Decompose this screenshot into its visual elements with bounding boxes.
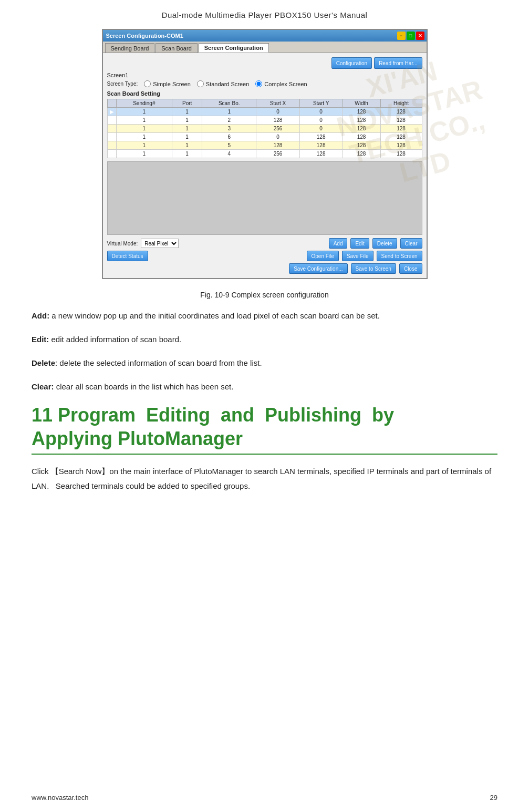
table-row[interactable]: 1 1 6 0 128 128 128 — [107, 133, 422, 141]
send-to-screen-button[interactable]: Send to Screen — [377, 251, 422, 261]
window-title-text: Screen Configuration-COM1 — [106, 33, 183, 39]
body-delete-section: Delete: delete the selected information … — [32, 356, 497, 370]
tab-sending-board[interactable]: Sending Board — [105, 43, 155, 53]
virtual-mode-label: Virtual Mode: — [107, 241, 138, 246]
scan-board-setting-label: Scan Board Setting — [107, 90, 422, 97]
cell-sending: 1 — [116, 150, 172, 158]
body-edit-section: Edit: edit added information of scan boa… — [32, 332, 497, 346]
row-arrow-cell — [107, 150, 116, 158]
table-row[interactable]: 1 1 4 256 128 128 128 — [107, 150, 422, 158]
cell-height: 128 — [380, 116, 422, 125]
scan-board-table: Sending# Port Scan Bo. Start X Start Y W… — [107, 99, 422, 158]
cell-scan: 2 — [202, 116, 256, 125]
cell-width: 128 — [343, 150, 380, 158]
cell-startx: 0 — [256, 108, 299, 116]
cell-port: 1 — [172, 108, 202, 116]
delete-button[interactable]: Delete — [372, 238, 397, 249]
col-startx: Start X — [256, 99, 299, 108]
section-heading: 11 Program Editing and Publishing byAppl… — [32, 403, 497, 450]
cell-port: 1 — [172, 116, 202, 125]
row-arrow-cell — [107, 116, 116, 125]
add-button[interactable]: Add — [329, 238, 348, 249]
window-controls: − □ ✕ — [397, 32, 424, 40]
bottom-row-3: Save Configuration... Save to Screen Clo… — [107, 263, 422, 274]
row-arrow-cell: ▶ — [107, 108, 116, 116]
close-button[interactable]: ✕ — [416, 32, 424, 40]
cell-width: 128 — [343, 125, 380, 133]
edit-button[interactable]: Edit — [350, 238, 369, 249]
window-tabs: Sending Board Scan Board Screen Configur… — [103, 42, 427, 53]
row-arrow-cell — [107, 125, 116, 133]
tab-scan-board[interactable]: Scan Board — [155, 43, 197, 53]
cell-starty: 128 — [299, 150, 343, 158]
cell-startx: 0 — [256, 133, 299, 141]
cell-sending: 1 — [116, 141, 172, 150]
clear-button[interactable]: Clear — [400, 238, 422, 249]
cell-height: 128 — [380, 141, 422, 150]
table-row[interactable]: 1 1 5 128 128 128 128 — [107, 141, 422, 150]
cell-starty: 0 — [299, 116, 343, 125]
screen-type-row: Screen Type: Simple Screen Standard Scre… — [107, 80, 422, 87]
clear-label: Clear: — [32, 382, 54, 391]
screenshot-window: Screen Configuration-COM1 − □ ✕ Sending … — [102, 29, 428, 279]
body-clear-section: Clear: clear all scan boards in the list… — [32, 379, 497, 394]
delete-label: Delete — [32, 358, 55, 367]
empty-area — [107, 161, 422, 235]
page-footer: www.novastar.tech 29 — [32, 794, 497, 801]
page-title: Dual-mode Multimedia Player PBOX150 User… — [32, 11, 497, 19]
read-from-hardware-button[interactable]: Read from Har... — [374, 57, 422, 69]
col-height: Height — [380, 99, 422, 108]
top-button-row: Configuration Read from Har... — [107, 57, 422, 69]
cell-startx: 128 — [256, 116, 299, 125]
cell-height: 128 — [380, 125, 422, 133]
row-arrow-cell — [107, 141, 116, 150]
bottom-row-2: Detect Status Open File Save File Send t… — [107, 251, 422, 261]
simple-screen-radio[interactable]: Simple Screen — [144, 80, 191, 87]
save-configuration-button[interactable]: Save Configuration... — [289, 263, 347, 274]
cell-height: 128 — [380, 150, 422, 158]
window-titlebar: Screen Configuration-COM1 − □ ✕ — [103, 30, 427, 42]
complex-screen-radio[interactable]: Complex Screen — [255, 80, 307, 87]
screen-type-label: Screen Type: — [107, 81, 138, 87]
configuration-button[interactable]: Configuration — [331, 57, 372, 69]
close-dialog-button[interactable]: Close — [399, 263, 422, 274]
table-row[interactable]: 1 1 3 256 0 128 128 — [107, 125, 422, 133]
screen-label: Screen1 — [107, 72, 422, 78]
body-paragraph: Click 【Search Now】on the main interface … — [32, 464, 497, 494]
delete-text: : delete the selected information of sca… — [55, 358, 262, 367]
tab-screen-configuration[interactable]: Screen Configuration — [199, 43, 269, 53]
cell-height: 128 — [380, 108, 422, 116]
cell-height: 128 — [380, 133, 422, 141]
window-content: Configuration Read from Har... Screen1 S… — [103, 53, 427, 278]
maximize-button[interactable]: □ — [407, 32, 415, 40]
save-to-screen-button[interactable]: Save to Screen — [351, 263, 396, 274]
minimize-button[interactable]: − — [397, 32, 406, 40]
cell-scan: 6 — [202, 133, 256, 141]
cell-sending: 1 — [116, 125, 172, 133]
body-add-section: Add: a new window pop up and the initial… — [32, 309, 497, 323]
footer-page-number: 29 — [490, 794, 497, 801]
detect-status-button[interactable]: Detect Status — [107, 251, 148, 261]
save-file-button[interactable]: Save File — [342, 251, 374, 261]
table-row[interactable]: 1 1 2 128 0 128 128 — [107, 116, 422, 125]
standard-screen-radio[interactable]: Standard Screen — [197, 80, 250, 87]
open-file-button[interactable]: Open File — [307, 251, 339, 261]
cell-port: 1 — [172, 141, 202, 150]
cell-sending: 1 — [116, 108, 172, 116]
cell-width: 128 — [343, 108, 380, 116]
cell-width: 128 — [343, 141, 380, 150]
add-text: a new window pop up and the initial coor… — [49, 311, 380, 320]
edit-label: Edit: — [32, 335, 49, 344]
cell-port: 1 — [172, 133, 202, 141]
cell-scan: 1 — [202, 108, 256, 116]
cell-port: 1 — [172, 125, 202, 133]
section-divider — [32, 454, 497, 455]
table-row[interactable]: ▶ 1 1 1 0 0 128 128 — [107, 108, 422, 116]
virtual-mode-select[interactable]: Real Pixel — [141, 239, 179, 248]
fig-caption: Fig. 10-9 Complex screen configuration — [32, 291, 497, 299]
edit-text: edit added information of scan board. — [49, 335, 181, 344]
col-starty: Start Y — [299, 99, 343, 108]
col-arrow — [107, 99, 116, 108]
cell-sending: 1 — [116, 116, 172, 125]
row-arrow-cell — [107, 133, 116, 141]
